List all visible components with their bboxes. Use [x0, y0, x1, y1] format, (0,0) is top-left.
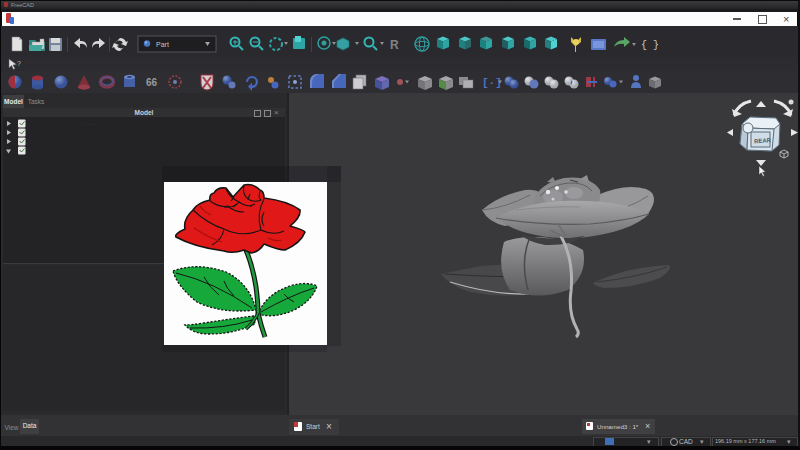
svg-text:R: R: [390, 38, 399, 52]
svg-text:?: ?: [17, 60, 21, 67]
svg-text:66: 66: [146, 77, 158, 88]
svg-text:[·]: [·]: [482, 77, 502, 89]
svg-text:REAR: REAR: [754, 137, 772, 144]
svg-text:· · · ·: · · · ·: [83, 121, 96, 127]
svg-text:Part: Part: [156, 41, 169, 48]
svg-text:{ }: { }: [641, 40, 659, 51]
